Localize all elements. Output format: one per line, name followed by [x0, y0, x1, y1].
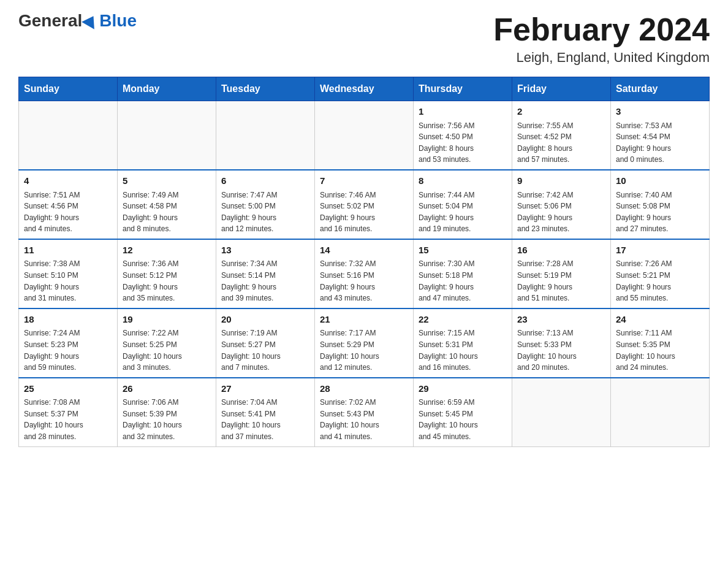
day-number: 4 [24, 174, 112, 188]
day-number: 16 [517, 243, 605, 258]
calendar-cell [19, 101, 118, 170]
day-info: Sunrise: 7:02 AMSunset: 5:43 PMDaylight:… [320, 397, 408, 442]
calendar-cell: 1Sunrise: 7:56 AMSunset: 4:50 PMDaylight… [414, 101, 512, 170]
day-info: Sunrise: 7:17 AMSunset: 5:29 PMDaylight:… [320, 327, 408, 373]
calendar-cell: 15Sunrise: 7:30 AMSunset: 5:18 PMDayligh… [414, 239, 512, 308]
calendar-header-row: SundayMondayTuesdayWednesdayThursdayFrid… [19, 77, 710, 101]
day-info: Sunrise: 7:28 AMSunset: 5:19 PMDaylight:… [517, 258, 605, 304]
day-info: Sunrise: 7:40 AMSunset: 5:08 PMDaylight:… [616, 190, 704, 235]
day-number: 1 [419, 105, 507, 119]
calendar-cell: 29Sunrise: 6:59 AMSunset: 5:45 PMDayligh… [414, 378, 512, 446]
calendar-cell [315, 101, 414, 170]
day-info: Sunrise: 7:36 AMSunset: 5:12 PMDaylight:… [123, 258, 211, 304]
calendar-cell: 27Sunrise: 7:04 AMSunset: 5:41 PMDayligh… [216, 378, 315, 446]
calendar-cell: 4Sunrise: 7:51 AMSunset: 4:56 PMDaylight… [19, 170, 118, 239]
day-info: Sunrise: 7:46 AMSunset: 5:02 PMDaylight:… [320, 190, 408, 235]
day-info: Sunrise: 7:51 AMSunset: 4:56 PMDaylight:… [24, 190, 112, 235]
calendar-cell [611, 378, 710, 446]
column-header-friday: Friday [512, 77, 611, 101]
logo-text: General Blue [18, 12, 137, 29]
day-number: 22 [419, 313, 507, 327]
day-number: 3 [616, 105, 704, 119]
day-number: 9 [517, 174, 605, 188]
day-info: Sunrise: 7:42 AMSunset: 5:06 PMDaylight:… [517, 190, 605, 235]
day-number: 5 [123, 174, 211, 188]
calendar-cell: 6Sunrise: 7:47 AMSunset: 5:00 PMDaylight… [216, 170, 315, 239]
day-info: Sunrise: 6:59 AMSunset: 5:45 PMDaylight:… [419, 397, 507, 442]
calendar-cell: 12Sunrise: 7:36 AMSunset: 5:12 PMDayligh… [118, 239, 216, 308]
location-subtitle: Leigh, England, United Kingdom [493, 50, 710, 66]
day-info: Sunrise: 7:19 AMSunset: 5:27 PMDaylight:… [221, 327, 309, 373]
day-number: 23 [517, 313, 605, 327]
day-info: Sunrise: 7:13 AMSunset: 5:33 PMDaylight:… [517, 327, 605, 373]
day-info: Sunrise: 7:34 AMSunset: 5:14 PMDaylight:… [221, 258, 309, 304]
day-number: 15 [419, 243, 507, 258]
day-info: Sunrise: 7:08 AMSunset: 5:37 PMDaylight:… [24, 397, 112, 442]
calendar-cell: 5Sunrise: 7:49 AMSunset: 4:58 PMDaylight… [118, 170, 216, 239]
day-info: Sunrise: 7:22 AMSunset: 5:25 PMDaylight:… [123, 327, 211, 373]
calendar-cell: 8Sunrise: 7:44 AMSunset: 5:04 PMDaylight… [414, 170, 512, 239]
day-number: 19 [123, 313, 211, 327]
calendar-cell [118, 101, 216, 170]
day-info: Sunrise: 7:11 AMSunset: 5:35 PMDaylight:… [616, 327, 704, 373]
calendar-week-row: 4Sunrise: 7:51 AMSunset: 4:56 PMDaylight… [19, 170, 710, 239]
day-info: Sunrise: 7:49 AMSunset: 4:58 PMDaylight:… [123, 190, 211, 235]
calendar-week-row: 1Sunrise: 7:56 AMSunset: 4:50 PMDaylight… [19, 101, 710, 170]
calendar-week-row: 11Sunrise: 7:38 AMSunset: 5:10 PMDayligh… [19, 239, 710, 308]
day-info: Sunrise: 7:44 AMSunset: 5:04 PMDaylight:… [419, 190, 507, 235]
day-number: 29 [419, 382, 507, 396]
day-number: 2 [517, 105, 605, 119]
day-number: 24 [616, 313, 704, 327]
calendar-cell: 21Sunrise: 7:17 AMSunset: 5:29 PMDayligh… [315, 308, 414, 378]
column-header-monday: Monday [118, 77, 216, 101]
column-header-thursday: Thursday [414, 77, 512, 101]
page-title: February 2024 [493, 12, 710, 47]
day-info: Sunrise: 7:04 AMSunset: 5:41 PMDaylight:… [221, 397, 309, 442]
day-number: 18 [24, 313, 112, 327]
day-number: 17 [616, 243, 704, 258]
column-header-saturday: Saturday [611, 77, 710, 101]
day-info: Sunrise: 7:47 AMSunset: 5:00 PMDaylight:… [221, 190, 309, 235]
calendar-cell: 25Sunrise: 7:08 AMSunset: 5:37 PMDayligh… [19, 378, 118, 446]
day-info: Sunrise: 7:15 AMSunset: 5:31 PMDaylight:… [419, 327, 507, 373]
calendar-cell: 11Sunrise: 7:38 AMSunset: 5:10 PMDayligh… [19, 239, 118, 308]
logo: General Blue [18, 12, 137, 29]
calendar-cell: 22Sunrise: 7:15 AMSunset: 5:31 PMDayligh… [414, 308, 512, 378]
calendar-table: SundayMondayTuesdayWednesdayThursdayFrid… [18, 77, 710, 446]
logo-general: General [18, 12, 82, 29]
day-number: 11 [24, 243, 112, 258]
logo-blue: Blue [99, 12, 137, 29]
column-header-wednesday: Wednesday [315, 77, 414, 101]
calendar-cell: 18Sunrise: 7:24 AMSunset: 5:23 PMDayligh… [19, 308, 118, 378]
calendar-cell [216, 101, 315, 170]
calendar-cell: 13Sunrise: 7:34 AMSunset: 5:14 PMDayligh… [216, 239, 315, 308]
page-header: General Blue February 2024 Leigh, Englan… [18, 12, 710, 66]
calendar-cell: 9Sunrise: 7:42 AMSunset: 5:06 PMDaylight… [512, 170, 611, 239]
day-number: 10 [616, 174, 704, 188]
calendar-week-row: 18Sunrise: 7:24 AMSunset: 5:23 PMDayligh… [19, 308, 710, 378]
day-number: 7 [320, 174, 408, 188]
calendar-week-row: 25Sunrise: 7:08 AMSunset: 5:37 PMDayligh… [19, 378, 710, 446]
calendar-cell: 2Sunrise: 7:55 AMSunset: 4:52 PMDaylight… [512, 101, 611, 170]
day-info: Sunrise: 7:24 AMSunset: 5:23 PMDaylight:… [24, 327, 112, 373]
day-number: 28 [320, 382, 408, 396]
column-header-sunday: Sunday [19, 77, 118, 101]
day-number: 6 [221, 174, 309, 188]
day-number: 20 [221, 313, 309, 327]
day-info: Sunrise: 7:56 AMSunset: 4:50 PMDaylight:… [419, 120, 507, 166]
calendar-cell: 24Sunrise: 7:11 AMSunset: 5:35 PMDayligh… [611, 308, 710, 378]
calendar-cell: 20Sunrise: 7:19 AMSunset: 5:27 PMDayligh… [216, 308, 315, 378]
day-number: 25 [24, 382, 112, 396]
calendar-cell: 16Sunrise: 7:28 AMSunset: 5:19 PMDayligh… [512, 239, 611, 308]
calendar-cell: 14Sunrise: 7:32 AMSunset: 5:16 PMDayligh… [315, 239, 414, 308]
column-header-tuesday: Tuesday [216, 77, 315, 101]
calendar-cell [512, 378, 611, 446]
day-number: 14 [320, 243, 408, 258]
day-number: 27 [221, 382, 309, 396]
day-number: 8 [419, 174, 507, 188]
calendar-cell: 19Sunrise: 7:22 AMSunset: 5:25 PMDayligh… [118, 308, 216, 378]
calendar-cell: 28Sunrise: 7:02 AMSunset: 5:43 PMDayligh… [315, 378, 414, 446]
day-info: Sunrise: 7:26 AMSunset: 5:21 PMDaylight:… [616, 258, 704, 304]
day-info: Sunrise: 7:32 AMSunset: 5:16 PMDaylight:… [320, 258, 408, 304]
day-info: Sunrise: 7:38 AMSunset: 5:10 PMDaylight:… [24, 258, 112, 304]
